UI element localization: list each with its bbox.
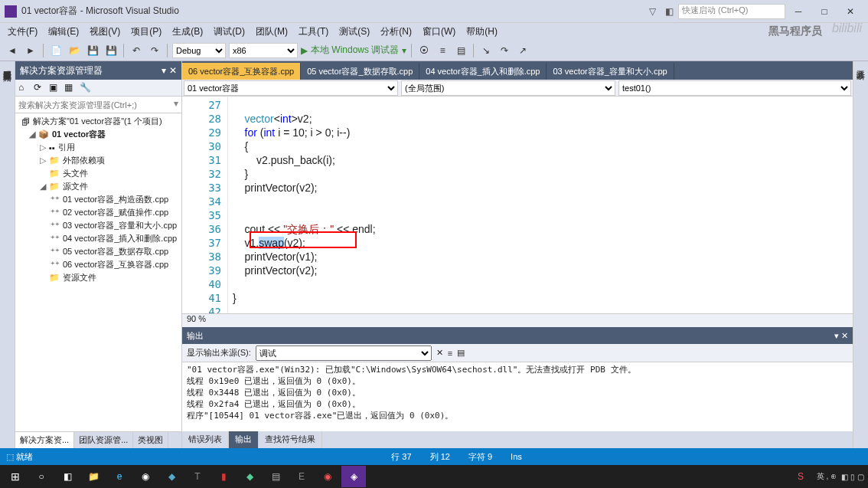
home-icon[interactable]: ⌂ bbox=[18, 82, 31, 94]
app-icon[interactable]: ▤ bbox=[263, 466, 288, 487]
vs-taskbar-icon[interactable]: ◈ bbox=[341, 466, 366, 487]
project-node[interactable]: ◢📦 01 vector容器 bbox=[15, 128, 181, 141]
code-editor[interactable]: 27282930313233343536373839404142 vector<… bbox=[182, 97, 853, 313]
undo-icon[interactable]: ↶ bbox=[129, 43, 144, 58]
tab-team[interactable]: 团队资源管... bbox=[74, 432, 133, 448]
right-side-tab[interactable]: 诊断工具 bbox=[853, 61, 868, 448]
output-text[interactable]: "01 vector容器.exe"(Win32): 已加载"C:\Windows… bbox=[182, 362, 853, 431]
file-node[interactable]: ⁺⁺ 05 vector容器_数据存取.cpp bbox=[15, 245, 181, 258]
explorer-icon[interactable]: 📁 bbox=[81, 466, 106, 487]
toolbar-icon-a[interactable]: ⦿ bbox=[416, 43, 432, 58]
scope-member-select[interactable]: test01() bbox=[618, 80, 851, 96]
file-node[interactable]: ⁺⁺ 02 vector容器_赋值操作.cpp bbox=[15, 206, 181, 219]
editor-tab[interactable]: 04 vector容器_插入和删除.cpp bbox=[419, 63, 547, 80]
file-node[interactable]: ⁺⁺ 04 vector容器_插入和删除.cpp bbox=[15, 232, 181, 245]
tab-solution[interactable]: 解决方案资... bbox=[15, 432, 74, 448]
scope-project-select[interactable]: 01 vector容器 bbox=[184, 80, 398, 96]
app-icon[interactable]: T bbox=[185, 466, 210, 487]
toolbar-icon-b[interactable]: ≡ bbox=[435, 43, 450, 58]
tab-errors[interactable]: 错误列表 bbox=[182, 431, 229, 448]
menu-tools[interactable]: 工具(T) bbox=[294, 24, 333, 40]
refresh-icon[interactable]: ⟳ bbox=[34, 82, 46, 94]
step-over-icon[interactable]: ↷ bbox=[497, 43, 512, 58]
properties-icon[interactable]: 🔧 bbox=[80, 82, 92, 94]
save-icon[interactable]: 💾 bbox=[85, 43, 100, 58]
solution-node[interactable]: 🗐 解决方案"01 vector容器"(1 个项目) bbox=[15, 115, 181, 128]
menu-project[interactable]: 项目(P) bbox=[126, 24, 166, 40]
search-icon[interactable]: ○ bbox=[29, 466, 54, 487]
app-icon[interactable]: ▮ bbox=[211, 466, 236, 487]
show-all-icon[interactable]: ▦ bbox=[64, 82, 77, 94]
open-icon[interactable]: 📂 bbox=[67, 43, 82, 58]
platform-select[interactable]: x86 bbox=[229, 43, 298, 58]
explorer-search-input[interactable] bbox=[15, 97, 171, 113]
collapse-icon[interactable]: ▣ bbox=[49, 82, 61, 94]
left-side-tabs[interactable]: 服务器资源管理器 工具箱 bbox=[0, 61, 15, 448]
editor-tab[interactable]: 03 vector容器_容量和大小.cpp bbox=[547, 63, 674, 80]
menu-team[interactable]: 团队(M) bbox=[251, 24, 292, 40]
output-toolbar: 显示输出来源(S): 调试 ✕ ≡ ▤ bbox=[182, 344, 853, 362]
quick-launch-input[interactable]: 快速启动 (Ctrl+Q) bbox=[678, 4, 785, 19]
maximize-button[interactable]: □ bbox=[811, 3, 837, 20]
new-file-icon[interactable]: 📄 bbox=[48, 43, 64, 58]
taskview-icon[interactable]: ◧ bbox=[55, 466, 80, 487]
refs-node[interactable]: ▷▪▪ 引用 bbox=[15, 141, 181, 154]
menu-analyze[interactable]: 分析(N) bbox=[376, 24, 416, 40]
app-icon[interactable]: ◉ bbox=[315, 466, 340, 487]
output-clear-icon[interactable]: ✕ bbox=[436, 348, 443, 358]
app-icon[interactable]: E bbox=[289, 466, 314, 487]
toolbar-icon-c[interactable]: ▤ bbox=[453, 43, 468, 58]
config-select[interactable]: Debug bbox=[172, 43, 226, 58]
solution-tree[interactable]: 🗐 解决方案"01 vector容器"(1 个项目) ◢📦 01 vector容… bbox=[15, 113, 181, 431]
step-into-icon[interactable]: ↘ bbox=[478, 43, 494, 58]
sources-node[interactable]: ◢📁 源文件 bbox=[15, 180, 181, 193]
output-source-select[interactable]: 调试 bbox=[256, 346, 432, 361]
app-icon[interactable]: ◆ bbox=[159, 466, 184, 487]
headers-node[interactable]: 📁 头文件 bbox=[15, 167, 181, 180]
editor-tab[interactable]: 05 vector容器_数据存取.cpp bbox=[301, 63, 419, 80]
pin-icon[interactable]: ▾ bbox=[162, 65, 166, 76]
tray-more[interactable]: ◧ ▯ ▢ bbox=[840, 466, 865, 487]
menu-debug[interactable]: 调试(D) bbox=[209, 24, 250, 40]
app-icon[interactable]: ◆ bbox=[237, 466, 262, 487]
tab-find[interactable]: 查找符号结果 bbox=[259, 431, 322, 448]
menu-window[interactable]: 窗口(W) bbox=[418, 24, 460, 40]
output-pin-icon[interactable]: ▾ bbox=[834, 331, 839, 340]
menu-edit[interactable]: 编辑(E) bbox=[44, 24, 83, 40]
resources-node[interactable]: 📁 资源文件 bbox=[15, 271, 181, 284]
save-all-icon[interactable]: 💾 bbox=[103, 43, 119, 58]
run-button[interactable]: ▶ 本地 Windows 调试器 ▾ bbox=[301, 44, 406, 57]
nav-back-icon[interactable]: ◄ bbox=[5, 43, 20, 58]
output-toggle-icon[interactable]: ▤ bbox=[457, 348, 465, 358]
zoom-level[interactable]: 90 % bbox=[182, 313, 853, 327]
menu-help[interactable]: 帮助(H) bbox=[462, 24, 502, 40]
tray-lang[interactable]: 英 , ⊕ bbox=[814, 466, 839, 487]
ext-node[interactable]: ▷📁 外部依赖项 bbox=[15, 154, 181, 167]
user-icon[interactable]: ◧ bbox=[665, 6, 674, 17]
file-node[interactable]: ⁺⁺ 06 vector容器_互换容器.cpp bbox=[15, 258, 181, 271]
file-node[interactable]: ⁺⁺ 03 vector容器_容量和大小.cpp bbox=[15, 219, 181, 232]
nav-fwd-icon[interactable]: ► bbox=[23, 43, 38, 58]
menu-view[interactable]: 视图(V) bbox=[85, 24, 125, 40]
minimize-button[interactable]: ─ bbox=[785, 3, 811, 20]
panel-close-icon[interactable]: ✕ bbox=[169, 65, 177, 76]
start-button[interactable]: ⊞ bbox=[3, 466, 28, 487]
menu-build[interactable]: 生成(B) bbox=[168, 24, 207, 40]
redo-icon[interactable]: ↷ bbox=[147, 43, 162, 58]
menu-file[interactable]: 文件(F) bbox=[3, 24, 42, 40]
tab-class[interactable]: 类视图 bbox=[133, 432, 168, 448]
close-button[interactable]: ✕ bbox=[837, 3, 863, 20]
output-wrap-icon[interactable]: ≡ bbox=[448, 349, 452, 358]
search-dropdown-icon[interactable]: ▾ bbox=[171, 97, 181, 113]
scope-namespace-select[interactable]: (全局范围) bbox=[401, 80, 615, 96]
edge-icon[interactable]: e bbox=[107, 466, 132, 487]
output-close-icon[interactable]: ✕ bbox=[841, 331, 848, 340]
menu-test[interactable]: 测试(S) bbox=[334, 24, 374, 40]
notify-icon[interactable]: ▽ bbox=[649, 6, 656, 17]
tab-output[interactable]: 输出 bbox=[229, 431, 259, 448]
file-node[interactable]: ⁺⁺ 01 vector容器_构造函数.cpp bbox=[15, 193, 181, 206]
step-out-icon[interactable]: ↗ bbox=[515, 43, 530, 58]
ime-icon[interactable]: S bbox=[788, 466, 813, 487]
chrome-icon[interactable]: ◉ bbox=[133, 466, 158, 487]
editor-tab[interactable]: 06 vector容器_互换容器.cpp bbox=[182, 63, 301, 80]
